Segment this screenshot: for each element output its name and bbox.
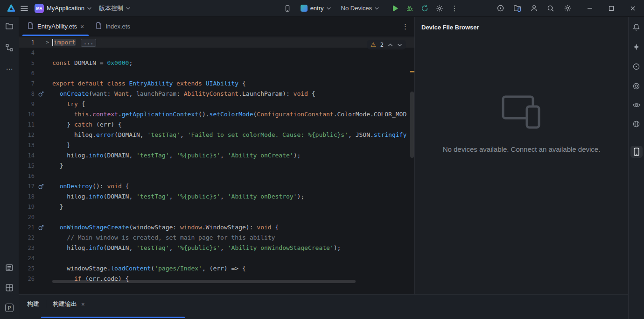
line-number[interactable]: 26 [19,274,35,284]
problems-icon[interactable]: P [5,304,14,312]
code-editor[interactable]: 1>import ...45const DOMAIN = 0x0000;67ex… [19,36,414,294]
code-line[interactable]: 21 onWindowStageCreate(windowStage: wind… [19,222,414,233]
titlebar-run-area: entry No Devices ⋮ [281,2,461,15]
code-line[interactable]: 7export default class EntryAbility exten… [19,78,414,89]
line-number[interactable]: 10 [19,109,35,120]
project-icon[interactable] [5,22,14,31]
code-line[interactable]: 6 [19,68,414,78]
code-line[interactable]: 15 } [19,161,414,171]
close-tab-icon[interactable]: × [81,301,85,308]
line-number[interactable]: 4 [19,48,35,58]
close-window-icon[interactable] [626,2,639,15]
run-icon[interactable] [388,2,401,15]
override-marker-icon[interactable] [35,222,51,233]
tab-entryability[interactable]: EntryAbility.ets × [21,17,90,36]
line-number[interactable]: 15 [19,161,35,171]
more-run-actions-icon[interactable]: ⋮ [448,2,461,15]
line-number[interactable]: 12 [19,130,35,140]
code-line[interactable]: 19 } [19,202,414,212]
structure-icon[interactable] [5,43,14,53]
settings-icon[interactable] [561,2,574,15]
code-line[interactable]: 11 } catch (err) { [19,120,414,130]
build-tool-window-button[interactable]: 构建 [27,300,39,308]
code-line[interactable]: 9 try { [19,99,414,109]
line-number[interactable]: 21 [19,222,35,233]
divider [46,300,46,308]
target-icon[interactable] [632,63,640,72]
line-number[interactable]: 24 [19,253,35,263]
line-number[interactable]: 8 [19,89,35,99]
next-problem-icon[interactable] [397,41,402,48]
code-line[interactable]: 10 this.context.getApplicationContext().… [19,109,414,120]
line-number[interactable]: 5 [19,58,35,68]
record-icon[interactable] [494,2,507,15]
tab-options-icon[interactable]: ⋮ [402,23,409,30]
code-line[interactable]: 20 [19,212,414,222]
globe-icon[interactable] [632,120,640,129]
search-icon[interactable] [544,2,557,15]
rings-icon[interactable] [632,82,640,92]
horizontal-scrollbar[interactable] [52,280,356,283]
line-number[interactable]: 25 [19,263,35,274]
vertical-scrollbar[interactable] [410,92,414,158]
vcs-widget[interactable]: 版本控制 [95,2,134,15]
grid-icon[interactable] [5,284,14,293]
line-number[interactable]: 9 [19,99,35,109]
code-line[interactable]: 18 hilog.info(DOMAIN, 'testTag', '%{publ… [19,191,414,202]
close-tab-icon[interactable]: × [80,23,84,30]
notifications-icon[interactable] [632,23,640,33]
line-number[interactable]: 7 [19,78,35,89]
line-number[interactable]: 11 [19,120,35,130]
device-file-browser-icon[interactable] [630,146,643,158]
line-number[interactable]: 20 [19,212,35,222]
line-number[interactable]: 23 [19,243,35,253]
code-line[interactable]: 17 onDestroy(): void { [19,181,414,191]
line-number[interactable]: 6 [19,68,35,78]
debug-icon[interactable] [403,2,416,15]
code-line[interactable]: 22 // Main window is created, set main p… [19,233,414,243]
line-number[interactable]: 22 [19,233,35,243]
build-tool-icon[interactable] [5,263,14,273]
code-line[interactable]: 13 } [19,140,414,150]
project-selector[interactable]: MA MyApplication [31,2,95,15]
run-settings-icon[interactable] [433,2,446,15]
inspection-widget[interactable]: ⚠ 2 [367,40,406,50]
device-icon[interactable] [281,2,294,15]
override-marker-icon[interactable] [35,181,51,191]
prev-problem-icon[interactable] [388,41,393,48]
profile-icon[interactable] [418,2,431,15]
code-line[interactable]: 8 onCreate(want: Want, launchParam: Abil… [19,89,414,99]
ai-assistant-icon[interactable] [632,43,640,52]
line-number[interactable]: 1 [19,37,35,48]
run-configuration-selector[interactable]: entry [297,2,335,15]
code-line[interactable]: 5const DOMAIN = 0x0000; [19,58,414,68]
device-folder-icon[interactable] [511,2,524,15]
line-number[interactable]: 19 [19,202,35,212]
code-line[interactable]: 24 [19,253,414,263]
tab-index[interactable]: Index.ets [90,17,136,36]
minimize-icon[interactable] [583,2,596,15]
line-number[interactable]: 17 [19,181,35,191]
previewer-icon[interactable] [632,102,641,110]
folded-region[interactable]: ... [81,39,97,47]
fold-arrow-icon[interactable]: > [35,37,51,48]
code-line[interactable]: 12 hilog.error(DOMAIN, 'testTag', 'Faile… [19,130,414,140]
line-number[interactable]: 16 [19,171,35,181]
line-number[interactable]: 14 [19,150,35,161]
maximize-icon[interactable] [605,2,618,15]
code-line[interactable]: 1>import ... [19,37,414,48]
more-tools-icon[interactable]: ⋯ [6,65,13,72]
line-number[interactable]: 13 [19,140,35,150]
run-buttons: ⋮ [388,2,461,15]
code-line[interactable]: 23 hilog.info(DOMAIN, 'testTag', '%{publ… [19,243,414,253]
build-output-tab[interactable]: 构建输出 × [53,300,85,308]
code-line[interactable]: 16 [19,171,414,181]
override-marker-icon[interactable] [35,89,51,99]
device-selector[interactable]: No Devices [337,2,383,15]
main-menu-icon[interactable] [18,2,31,15]
account-icon[interactable] [527,2,540,15]
code-line[interactable]: 14 hilog.info(DOMAIN, 'testTag', '%{publ… [19,150,414,161]
line-number[interactable]: 18 [19,191,35,202]
code-line[interactable]: 25 windowStage.loadContent('pages/Index'… [19,263,414,274]
code-line[interactable]: 4 [19,48,414,58]
